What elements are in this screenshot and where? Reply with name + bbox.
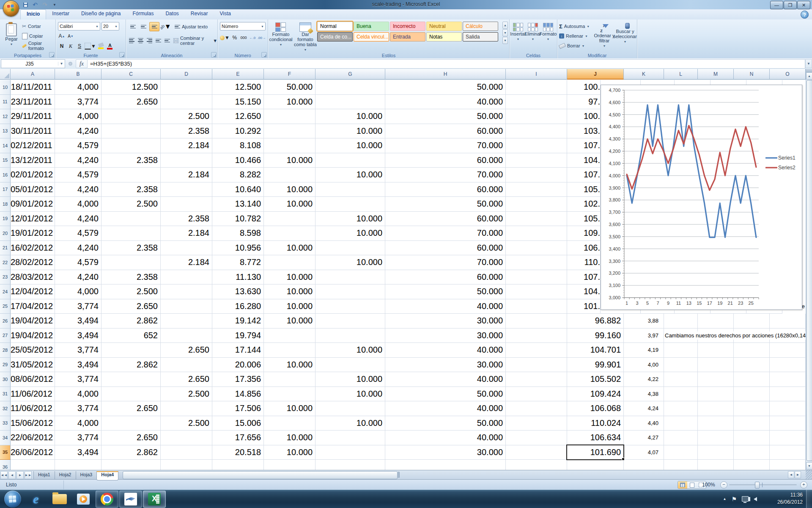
cell-E20[interactable]: 8.598 [212,226,264,241]
cell-A29[interactable]: 31/05/2012 [11,358,55,373]
cell-G31[interactable]: 10.000 [315,387,385,402]
cell-I26[interactable] [506,314,567,329]
cell-O35[interactable] [770,445,806,460]
cell-J16[interactable]: 107. [567,168,601,182]
cell-A19[interactable]: 12/01/2012 [11,212,55,226]
cell-F23[interactable]: 10.000 [264,270,315,285]
align-center-button[interactable] [137,36,145,45]
cell-H16[interactable]: 70.000 [385,168,506,182]
cell-G36[interactable] [315,460,385,470]
cell-L26[interactable] [664,314,698,329]
cell-K30[interactable]: 4,22 [624,372,664,387]
cell-D16[interactable]: 2.184 [161,168,212,182]
cell-B16[interactable]: 4,579 [55,168,102,182]
cell-H35[interactable]: 30.000 [385,445,506,460]
name-box-dropdown-icon[interactable]: ▼ [58,62,65,66]
cell-E16[interactable]: 8.282 [212,168,264,182]
row-header-33[interactable]: 33 [0,416,11,431]
cell-A11[interactable]: 23/11/2011 [11,95,55,110]
gallery-scroll-up-icon[interactable]: ▲ [502,22,508,29]
cell-H34[interactable]: 40.000 [385,431,506,445]
cell-B19[interactable]: 4,240 [55,212,102,226]
align-right-button[interactable] [146,36,154,45]
cell-M33[interactable] [698,416,734,431]
cell-H36[interactable] [385,460,506,470]
column-header-E[interactable]: E [212,69,264,80]
cell-I21[interactable] [506,241,567,256]
tab-revisar[interactable]: Revisar [185,9,214,19]
cell-E14[interactable]: 8.108 [212,138,264,153]
cell-B12[interactable]: 4,000 [55,109,102,124]
cell-E26[interactable]: 19.142 [212,314,264,329]
cell-D30[interactable]: 2.650 [161,372,212,387]
cell-G21[interactable] [315,241,385,256]
help-icon[interactable]: ? [801,11,809,19]
cell-N26[interactable] [734,314,770,329]
delete-cells-button[interactable]: Eliminar▼ [526,21,540,42]
cell-I20[interactable] [506,226,567,241]
row-header-34[interactable]: 34 [0,431,11,445]
cell-C35[interactable]: 2.862 [102,445,161,460]
cell-G20[interactable]: 10.000 [315,226,385,241]
vertical-scrollbar[interactable]: ▲ ▼ [806,69,812,470]
cell-J33[interactable]: 110.024 [567,416,624,431]
cell-H18[interactable]: 50.000 [385,197,506,212]
cell-G34[interactable] [315,431,385,445]
font-size-select[interactable]: 20▼ [102,22,119,30]
cell-B29[interactable]: 3,494 [55,358,102,373]
restore-button[interactable]: ❐ [784,1,797,9]
fuente-dialog-launcher[interactable] [119,52,125,58]
zoom-out-button[interactable]: − [720,481,727,489]
cell-B25[interactable]: 3,774 [55,299,102,314]
style-entrada[interactable]: Entrada [390,32,425,41]
cell-G22[interactable]: 10.000 [315,255,385,270]
row-header-31[interactable]: 31 [0,387,11,402]
bold-button[interactable]: N [58,42,66,50]
cell-A32[interactable]: 11/06/2012 [11,401,55,416]
cell-A28[interactable]: 25/05/2012 [11,343,55,358]
cell-C17[interactable]: 2.358 [102,182,161,197]
cell-G33[interactable]: 10.000 [315,416,385,431]
cell-C13[interactable] [102,124,161,139]
cell-F17[interactable]: 10.000 [264,182,315,197]
cell-M36[interactable] [698,460,734,470]
cell-F20[interactable] [264,226,315,241]
cell-E28[interactable]: 17.144 [212,343,264,358]
row-header-10[interactable]: 10 [0,80,11,95]
cell-A36[interactable] [11,460,55,470]
cell-C36[interactable] [102,460,161,470]
cell-F22[interactable] [264,255,315,270]
cell-B18[interactable]: 4,000 [55,197,102,212]
cell-B11[interactable]: 3,774 [55,95,102,110]
cell-A22[interactable]: 28/02/2012 [11,255,55,270]
cell-C16[interactable] [102,168,161,182]
cell-G35[interactable] [315,445,385,460]
cell-H24[interactable]: 50.000 [385,284,506,299]
row-header-13[interactable]: 13 [0,124,11,139]
zoom-slider-thumb[interactable] [755,482,760,489]
cell-A31[interactable]: 11/06/2012 [11,387,55,402]
font-name-select[interactable]: Calibri▼ [58,22,100,30]
cell-H13[interactable]: 60.000 [385,124,506,139]
cell-I32[interactable] [506,401,567,416]
cell-E33[interactable]: 15.006 [212,416,264,431]
cell-N28[interactable] [734,343,770,358]
row-header-26[interactable]: 26 [0,314,11,329]
cell-C12[interactable] [102,109,161,124]
cell-C30[interactable] [102,372,161,387]
cell-F36[interactable] [264,460,315,470]
first-sheet-icon[interactable]: ◄◄ [0,471,8,479]
zoom-in-button[interactable]: + [800,481,807,489]
cell-H12[interactable]: 50.000 [385,109,506,124]
cell-B15[interactable]: 4,240 [55,153,102,168]
selected-cell-outline[interactable] [566,444,624,460]
cell-B23[interactable]: 4,240 [55,270,102,285]
cell-G23[interactable] [315,270,385,285]
formula-input[interactable]: =H35+(E35*B35) [88,59,805,69]
cell-H32[interactable]: 40.000 [385,401,506,416]
zoom-level[interactable]: 100% [702,482,715,488]
cell-I15[interactable] [506,153,567,168]
cell-H19[interactable]: 60.000 [385,212,506,226]
cell-J21[interactable]: 106. [567,241,601,256]
fill-button[interactable]: ↓Rellenar▼ [559,32,590,40]
